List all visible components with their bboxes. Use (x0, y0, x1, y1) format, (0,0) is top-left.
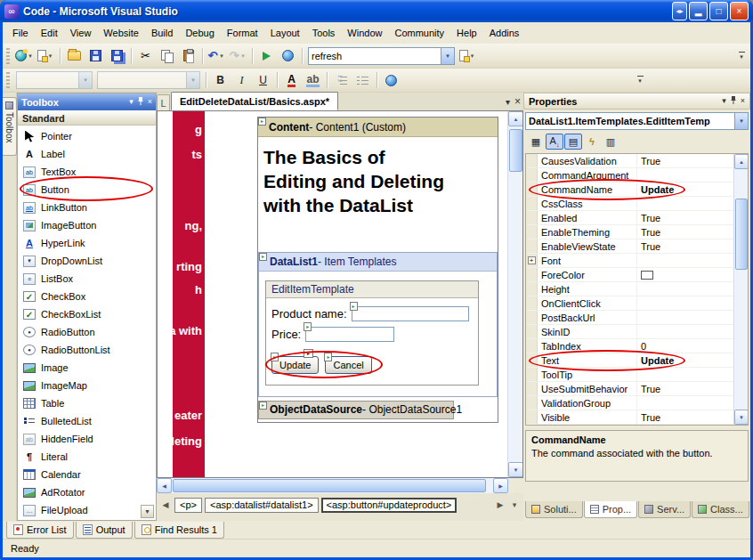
property-value[interactable] (637, 282, 733, 296)
copy-button[interactable] (157, 46, 177, 66)
font-color-button[interactable]: A (281, 70, 302, 90)
properties-scrollbar[interactable]: ▲ ▼ (733, 154, 748, 425)
toolbar-overflow-button[interactable]: ▾ (634, 76, 646, 85)
menu-item-build[interactable]: Build (145, 24, 179, 42)
property-row-tabindex[interactable]: TabIndex0 (526, 339, 733, 353)
toolbox-item-fileupload[interactable]: …FileUpload (18, 501, 156, 519)
menu-item-addins[interactable]: Addins (483, 24, 526, 42)
scroll-up-icon[interactable]: ▲ (508, 111, 523, 126)
property-value[interactable]: True (637, 382, 733, 395)
toolbox-item-hiddenfield[interactable]: abHiddenField (18, 430, 156, 448)
objectdatasource-control[interactable]: ▸ ObjectDataSource - ObjectDataSource1 (258, 401, 454, 419)
tag-nav-menu-icon[interactable]: ▾ (508, 498, 521, 513)
cancel-button[interactable]: ▸Cancel (325, 356, 371, 374)
toolbox-item-hyperlink[interactable]: AHyperLink (18, 234, 156, 252)
close-document-icon[interactable]: × (514, 95, 521, 108)
document-list-icon[interactable]: ▾ (506, 97, 510, 107)
maximize-button[interactable]: □ (709, 2, 728, 20)
properties-view-button[interactable]: ▤ (564, 134, 582, 150)
toolbox-item-radiobutton[interactable]: ●RadioButton (18, 323, 156, 341)
open-file-button[interactable] (64, 46, 85, 66)
property-value[interactable] (637, 197, 733, 210)
property-row-enabletheming[interactable]: EnableThemingTrue (526, 225, 733, 239)
toolbox-item-linkbutton[interactable]: abLinkButton (18, 199, 156, 216)
toolbox-autohide-tab[interactable]: Toolbox (3, 97, 17, 156)
tag-nav-right-icon[interactable]: ▶ (494, 498, 506, 513)
panel-tab-prop[interactable]: Prop... (584, 501, 637, 518)
combo-dropdown-button[interactable]: ▾ (441, 48, 454, 64)
property-row-visible[interactable]: VisibleTrue (526, 410, 733, 425)
start-debugging-button[interactable] (256, 46, 277, 66)
properties-header[interactable]: Properties ▾ × (523, 93, 750, 110)
search-combo[interactable]: ▾ (308, 47, 455, 65)
dock-window-button[interactable]: ◂▸ (672, 2, 687, 20)
toolbar-grip[interactable] (6, 48, 10, 64)
pin-icon[interactable] (730, 96, 737, 107)
tag-crumb[interactable]: <p> (174, 498, 202, 513)
scroll-left-icon[interactable]: ◀ (157, 478, 172, 493)
toolbox-item-adrotator[interactable]: AdRotator (18, 483, 156, 501)
title-bar[interactable]: ∞ Code - Microsoft Visual Studio ◂▸ ▂ □ … (0, 0, 753, 22)
combo-dropdown-button[interactable]: ▾ (734, 113, 748, 129)
menu-item-help[interactable]: Help (450, 24, 483, 42)
property-value[interactable]: Update (637, 353, 733, 367)
toolbox-item-imagemap[interactable]: ImageMap (18, 377, 156, 394)
tag-crumb[interactable]: <asp:button#updateproduct> (321, 498, 457, 513)
vertical-scroll-thumb[interactable] (735, 199, 748, 270)
property-value[interactable] (637, 368, 733, 381)
property-row-commandargument[interactable]: CommandArgument (526, 168, 733, 183)
panel-tab-soluti[interactable]: Soluti... (525, 501, 583, 518)
window-position-icon[interactable]: ▾ (129, 98, 134, 106)
close-icon[interactable]: × (148, 98, 152, 106)
document-tab-partial[interactable]: L (157, 94, 170, 110)
toolbox-item-listbox[interactable]: ≡ListBox (18, 270, 156, 288)
property-value[interactable] (637, 168, 733, 182)
property-row-text[interactable]: TextUpdate (526, 353, 733, 368)
bold-button[interactable]: B (210, 70, 231, 90)
toolbar-grip[interactable] (6, 72, 10, 88)
property-value[interactable]: True (637, 239, 733, 253)
style-input[interactable] (17, 75, 78, 85)
underline-button[interactable]: U (253, 70, 273, 90)
toolbox-item-literal[interactable]: ¶Literal (18, 448, 156, 466)
vertical-scroll-thumb[interactable] (509, 129, 522, 172)
undo-button[interactable]: ↶▾ (206, 46, 227, 66)
bulleted-list-button[interactable] (352, 70, 373, 90)
menu-item-edit[interactable]: Edit (35, 24, 64, 42)
datalist-header[interactable]: ▸ DataList1 - Item Templates (259, 253, 497, 272)
save-all-button[interactable] (107, 46, 127, 66)
tag-nav-left-icon[interactable]: ◀ (159, 498, 172, 513)
design-surface[interactable]: gtsng,rtingha witheaterleting ▸ Content … (157, 111, 523, 478)
browse-with-button[interactable] (278, 46, 298, 66)
property-pages-button[interactable]: ▥ (602, 134, 619, 150)
property-row-usesubmitbehavior[interactable]: UseSubmitBehaviorTrue (526, 382, 733, 396)
property-row-enabled[interactable]: EnabledTrue (526, 211, 733, 225)
menu-item-community[interactable]: Community (388, 24, 450, 42)
property-value[interactable]: True (637, 154, 733, 167)
numbered-list-button[interactable] (331, 70, 352, 90)
scroll-down-icon[interactable]: ▼ (508, 462, 523, 477)
pin-icon[interactable] (137, 97, 144, 108)
panel-tab-serv[interactable]: Serv... (638, 501, 691, 518)
property-value[interactable] (637, 311, 733, 324)
update-button[interactable]: ▸Update (271, 356, 319, 374)
menu-item-format[interactable]: Format (221, 24, 264, 42)
toolbar-overflow-button[interactable]: ▾ (735, 52, 748, 61)
horizontal-scroll-thumb[interactable] (173, 479, 486, 492)
property-row-font[interactable]: +Font (526, 254, 733, 268)
content-region[interactable]: ▸ Content - Content1 (Custom) The Basics… (257, 117, 498, 423)
toolbox-item-image[interactable]: Image (18, 359, 156, 377)
combo-dropdown-button[interactable]: ▾ (186, 72, 199, 88)
menu-item-file[interactable]: File (6, 24, 35, 42)
find-in-files-button[interactable]: ▾ (457, 46, 478, 66)
property-value[interactable]: True (637, 410, 733, 424)
datalist-control[interactable]: ▸ DataList1 - Item Templates EditItemTem… (258, 252, 498, 397)
toolbox-item-bulletedlist[interactable]: BulletedList (18, 412, 156, 430)
scroll-up-icon[interactable]: ▲ (734, 154, 749, 169)
toolbox-item-checkbox[interactable]: ✓CheckBox (18, 288, 156, 305)
toolbox-item-calendar[interactable]: Calendar (18, 466, 156, 483)
bottom-tab-output[interactable]: Output (76, 522, 133, 539)
style-combo[interactable]: ▾ (16, 71, 93, 89)
highlight-button[interactable]: ab (303, 70, 323, 90)
panel-tab-class[interactable]: Class... (692, 501, 749, 518)
